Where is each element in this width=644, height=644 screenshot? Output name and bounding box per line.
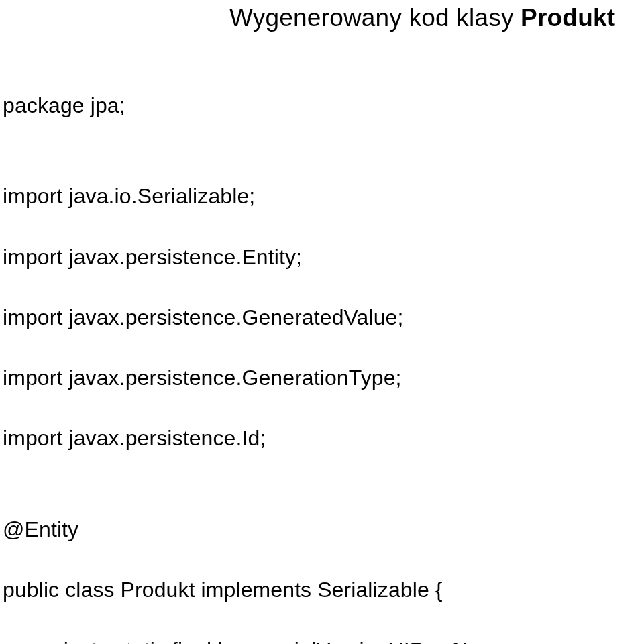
title-classname: Produkt <box>521 4 615 32</box>
title-prefix: Wygenerowany kod klasy <box>229 4 521 32</box>
code-line: import javax.persistence.Id; <box>3 423 641 453</box>
code-line: public class Produkt implements Serializ… <box>3 575 641 605</box>
code-line: import javax.persistence.GeneratedValue; <box>3 303 641 333</box>
code-line: import javax.persistence.GenerationType; <box>3 363 641 393</box>
code-line: import java.io.Serializable; <box>3 181 641 211</box>
code-listing: package jpa; import java.io.Serializable… <box>3 60 641 644</box>
code-line: private static final long serialVersionU… <box>3 635 641 644</box>
code-line: import javax.persistence.Entity; <box>3 242 641 272</box>
document-page: Wygenerowany kod klasy Produkt package j… <box>0 0 644 644</box>
code-line: package jpa; <box>3 91 641 121</box>
page-title: Wygenerowany kod klasy Produkt <box>229 4 641 32</box>
code-line: @Entity <box>3 515 641 545</box>
